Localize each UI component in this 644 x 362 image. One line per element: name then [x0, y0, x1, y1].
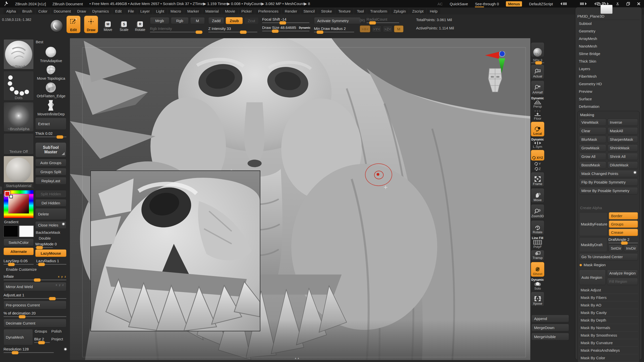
enable-customize-button[interactable]: Enable Customize	[4, 266, 66, 273]
section-surface[interactable]: Surface	[577, 95, 640, 103]
inverse-button[interactable]: Inverse	[608, 119, 638, 126]
menu-layer[interactable]: Layer	[138, 8, 153, 14]
section-slimebridge[interactable]: Slime Bridge	[577, 50, 640, 58]
resolution-slider[interactable]	[4, 352, 54, 353]
setdir-button[interactable]: SetDir	[609, 245, 623, 252]
alpha-thumbnail[interactable]: ~BrushAlpha	[4, 102, 34, 132]
zsub-button[interactable]: Zsub	[226, 17, 243, 24]
move-mode-button[interactable]: M Move	[102, 16, 114, 33]
boostmask-button[interactable]: BoostMask	[579, 161, 606, 169]
mergevisible-button[interactable]: MergeVisible	[531, 333, 569, 340]
rotate-y-button[interactable]: Y	[534, 162, 541, 166]
menu-file[interactable]: File	[125, 8, 137, 14]
mirror-axis-toggles[interactable]: x y z	[56, 283, 64, 286]
analyze-region-button[interactable]: Analyze Region	[607, 269, 638, 277]
mask-by-ao-item[interactable]: Mask By AO	[579, 301, 638, 309]
section-arraymesh[interactable]: ArrayMesh	[577, 35, 640, 42]
preprocess-current-button[interactable]: Pre-process Current	[4, 301, 66, 309]
mask-by-depth-item[interactable]: Mask By Depth	[579, 316, 638, 324]
mask-peaksandvalleys-item[interactable]: Mask PeaksAndValleys	[579, 346, 638, 354]
z-intensity-slider[interactable]	[208, 32, 257, 32]
gradient-label[interactable]: Gradient	[4, 220, 34, 224]
lazymouse-button[interactable]: LazyMouse	[35, 249, 66, 257]
section-nanomesh[interactable]: NanoMesh	[577, 42, 640, 50]
mask-region-toggle[interactable]: Mask Region	[579, 262, 638, 268]
sculpt-canvas[interactable]: ▲▲	[70, 38, 530, 360]
switchcolor-button[interactable]: SwitchColor	[4, 239, 34, 246]
draw-size-slider[interactable]	[262, 31, 309, 31]
menu-tool[interactable]: Tool	[354, 8, 367, 14]
dynamesh-groups-toggle[interactable]: Groups	[34, 329, 50, 336]
dynamesh-blur-slider[interactable]: Blur 2	[34, 337, 50, 345]
menu-macro[interactable]: Macro	[168, 8, 184, 14]
alternate-button[interactable]: Alternate	[4, 248, 34, 255]
wrap-mode-slider[interactable]	[35, 247, 53, 248]
viewmask-button[interactable]: ViewMask	[579, 119, 606, 126]
create-alpha-button[interactable]: Create Alpha	[579, 205, 638, 211]
decimation-slider[interactable]	[4, 316, 66, 317]
minimize-button[interactable]	[616, 2, 619, 6]
mask-by-cavity-item[interactable]: Mask By Cavity	[579, 309, 638, 316]
brush-item-orbflatten[interactable]: OrbFlatten_Edge	[35, 82, 66, 98]
stroke-thumbnail-dots[interactable]: Dots	[4, 71, 34, 101]
menu-color[interactable]: Color	[36, 8, 50, 14]
texture-thumbnail[interactable]: Texture Off	[4, 133, 34, 154]
menus-button[interactable]: Menus	[506, 1, 522, 7]
subtool-master-button[interactable]: SubTool Master	[35, 142, 66, 157]
mask-by-color-item[interactable]: Mask By Color	[579, 354, 638, 361]
mergedown-button[interactable]: MergeDown	[531, 324, 569, 331]
feature-crease-button[interactable]: Crease	[609, 229, 638, 236]
rotate-mode-button[interactable]: R Rotate	[134, 16, 146, 33]
left-tray-toggle-icon[interactable]	[560, 2, 570, 6]
rotate-z-button[interactable]: Z	[535, 167, 541, 171]
tool-header[interactable]: PM3D_Plane3D	[577, 8, 640, 20]
menu-dynamics[interactable]: Dynamics	[90, 8, 112, 14]
local-symmetry-button[interactable]: Local	[531, 122, 544, 137]
append-button[interactable]: Append	[531, 315, 569, 322]
fill-region-button[interactable]: Fill Region	[607, 278, 638, 285]
lazystep-slider[interactable]	[4, 264, 34, 265]
decimate-current-button[interactable]: Decimate Current	[4, 319, 66, 327]
zadd-button[interactable]: Zadd	[208, 17, 224, 24]
draw-mode-button[interactable]: Draw	[84, 16, 98, 33]
tool-preview-thumbnail[interactable]	[486, 66, 504, 94]
rgb-button[interactable]: Rgb	[171, 17, 189, 24]
rotate-view-button[interactable]: Rotate	[531, 220, 544, 235]
symmetry-y-button[interactable]: >Y<	[372, 25, 381, 32]
menu-draw[interactable]: Draw	[74, 8, 89, 14]
section-layers[interactable]: Layers	[577, 65, 640, 73]
groups-split-button[interactable]: Groups Split	[35, 168, 66, 175]
dynamesh-polish-toggle[interactable]: Polish	[51, 329, 66, 336]
close-button[interactable]	[637, 2, 640, 6]
solo-button[interactable]: Dynamic Solo	[531, 278, 544, 290]
flip-posable-symmetry-button[interactable]: Flip By Posable Symmetry	[579, 178, 638, 186]
mask-by-curvature-item[interactable]: Mask By Curvature	[579, 339, 638, 346]
polyframe-button[interactable]: Line Fill PolyF	[532, 236, 543, 249]
default-zscript-button[interactable]: DefaultZScript	[529, 2, 553, 6]
rgb-intensity-slider[interactable]	[150, 32, 203, 32]
invdir-button[interactable]: InvDir	[624, 245, 638, 252]
lazyradius-slider[interactable]	[36, 264, 66, 265]
min-draw-radius-slider[interactable]	[314, 32, 354, 32]
menu-texture[interactable]: Texture	[336, 8, 353, 14]
shrinkall-button[interactable]: Shrink All	[608, 153, 638, 160]
feature-border-button[interactable]: Border	[609, 212, 638, 219]
tray-splitter[interactable]	[0, 187, 2, 194]
edit-mode-button[interactable]: Edit	[66, 16, 80, 33]
dynamic-persp-button[interactable]: Dynamic Persp	[531, 97, 544, 108]
sharpenmask-button[interactable]: SharpenMask	[608, 136, 638, 143]
del-hidden-button[interactable]: Del Hidden	[35, 199, 66, 207]
menu-light[interactable]: Light	[153, 8, 167, 14]
focal-shift-slider[interactable]	[262, 22, 309, 23]
symmetry-z-button[interactable]: >Z<	[383, 25, 392, 32]
ghost-button[interactable]: Ghost	[531, 262, 544, 277]
mask-by-smoothness-item[interactable]: Mask By Smoothness	[579, 331, 638, 339]
symmetry-x-button[interactable]: >X<	[360, 25, 370, 32]
activate-symmetry-button[interactable]: Activate Symmetry	[314, 17, 361, 24]
section-subtool[interactable]: Subtool	[577, 20, 640, 27]
menu-help[interactable]: Help	[427, 8, 440, 14]
aahalf-button[interactable]: AAHalf	[531, 80, 544, 95]
section-thickskin[interactable]: Thick Skin	[577, 58, 640, 65]
feature-groups-button[interactable]: Groups	[609, 220, 638, 228]
masking-title[interactable]: Masking	[579, 112, 638, 117]
